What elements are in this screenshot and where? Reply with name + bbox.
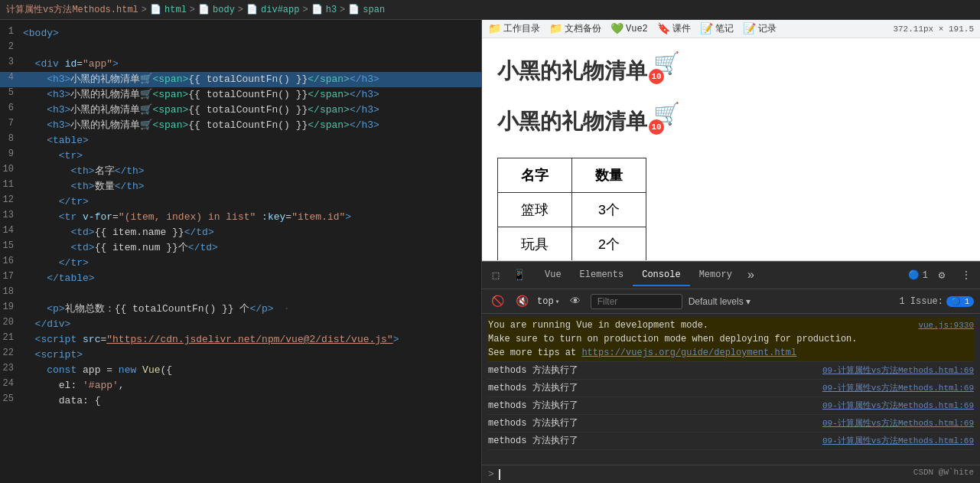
devtools-tab-bar: ⬚ 📱 Vue Elements Console Memory » [482,262,980,289]
csdn-watermark: CSDN @W`hite [913,468,974,477]
cell-count: 2个 [572,227,646,262]
default-levels-button[interactable]: Default levels ▾ [689,296,750,307]
gift-table: 名字 数量 篮球 3个 玩具 2个 抱枕 5个 [497,158,646,261]
filter-input[interactable] [591,294,682,309]
device-icon[interactable]: 📱 [508,265,529,286]
page-title-2: 小黑的礼物清单 🛒10 [497,101,965,142]
devtools-more-tabs[interactable]: » [741,269,761,282]
folder-icon: 📁 [549,22,562,35]
col-header-name: 名字 [498,158,572,193]
eye-icon[interactable]: 👁 [566,292,584,311]
code-line-14: 14 <td>{{ item.name }}</td> [0,225,481,240]
code-line-18: 18 [0,286,481,302]
inspect-icon[interactable]: ⬚ [485,265,506,286]
bookmark-label: 文档备份 [565,22,601,35]
browser-content: 小黑的礼物清单 🛒10 小黑的礼物清单 🛒10 名字 数量 篮球 3个 [482,38,980,261]
breadcrumb-divapp[interactable]: div#app [261,5,299,15]
deployment-link[interactable]: https://vuejs.org/guide/deployment.html [581,348,796,358]
note-icon: 📝 [700,22,713,35]
bookmark-label: 记录 [758,22,777,35]
top-selector[interactable]: top ▾ [537,296,560,307]
devtools-right-icons: 🔵 1 ⚙ ⋮ [908,265,977,286]
console-source[interactable]: vue.js:9330 [918,318,974,332]
folder-icon: 📁 [488,22,501,35]
title-text-2: 小黑的礼物清单 [497,107,647,136]
code-line-2: 2 [0,41,481,57]
cell-name: 篮球 [498,193,572,227]
code-line-23: 23 const app = new Vue({ [0,363,481,378]
console-source[interactable]: 09-计算属性vs方法Methods.html:69 [822,399,974,413]
bookmark-label: Vue2 [626,24,648,34]
tab-console[interactable]: Console [633,265,689,286]
tab-vue[interactable]: Vue [536,265,571,286]
console-cursor[interactable] [499,469,500,480]
console-prompt-icon: > [488,468,494,480]
settings-icon[interactable]: ⚙ [931,265,952,286]
code-line-9: 9 <tr> [0,148,481,164]
breadcrumb-h3[interactable]: h3 [326,5,337,15]
code-line-5: 5 <h3>小黑的礼物清单🛒<span>{{ totalCountFn() }}… [0,87,481,103]
console-source[interactable]: 09-计算属性vs方法Methods.html:69 [822,434,974,448]
bookmark-icon: 🔖 [657,22,670,35]
console-source[interactable]: 09-计算属性vs方法Methods.html:69 [822,416,974,430]
code-editor: 1 <body> 2 3 <div id="app"> 4 <h3>小黑的礼物清… [0,20,482,483]
note-icon: 📝 [743,22,756,35]
console-text: methods 方法执行了 [488,416,816,430]
code-line-8: 8 <table> [0,133,481,148]
console-message-log-5: methods 方法执行了 09-计算属性vs方法Methods.html:69 [488,432,974,450]
clear-console-icon[interactable]: 🚫 [488,292,506,311]
chevron-down-icon: ▾ [746,296,750,307]
code-line-12: 12 </tr> [0,194,481,210]
table-row: 玩具 2个 [498,227,646,262]
table-header-row: 名字 数量 [498,158,646,193]
breadcrumb-span[interactable]: span [363,5,385,15]
bookmark-label: 笔记 [715,22,734,35]
code-line-3: 3 <div id="app"> [0,57,481,72]
console-toolbar: 🚫 🔇 top ▾ 👁 Default levels ▾ 1 Issue: 🔵 … [482,289,980,314]
bookmark-records[interactable]: 📝 记录 [743,22,777,35]
code-line-15: 15 <td>{{ item.num }}个</td> [0,240,481,256]
code-line-16: 16 </tr> [0,256,481,271]
bookmark-course[interactable]: 🔖 课件 [657,22,691,35]
console-message-warn: You are running Vue in development mode.… [488,317,974,362]
console-source[interactable]: 09-计算属性vs方法Methods.html:69 [822,381,974,395]
console-text: You are running Vue in development mode.… [488,318,912,360]
code-line-20: 20 </div> [0,317,481,332]
console-message-log-2: methods 方法执行了 09-计算属性vs方法Methods.html:69 [488,380,974,397]
console-text: methods 方法执行了 [488,381,816,395]
code-line-6: 6 <h3>小黑的礼物清单🛒<span>{{ totalCountFn() }}… [0,103,481,118]
bookmark-label: 课件 [672,22,691,35]
code-line-7: 7 <h3>小黑的礼物清单🛒<span>{{ totalCountFn() }}… [0,118,481,133]
tab-elements[interactable]: Elements [571,265,633,286]
vue-icon: 💚 [610,22,623,35]
code-line-11: 11 <th>数量</th> [0,179,481,194]
code-line-13: 13 <tr v-for="(item, index) in list" :ke… [0,210,481,225]
tab-memory[interactable]: Memory [690,265,741,286]
table-row: 篮球 3个 [498,193,646,227]
breadcrumb-body[interactable]: body [213,5,235,15]
col-header-count: 数量 [572,158,646,193]
breadcrumb-file[interactable]: 计算属性vs方法Methods.html [6,3,138,16]
badge-1: 10 [649,69,664,84]
console-text: methods 方法执行了 [488,399,816,413]
console-source[interactable]: 09-计算属性vs方法Methods.html:69 [822,364,974,377]
top-label: top [537,296,554,307]
cell-name: 玩具 [498,227,572,262]
badge-2: 10 [649,119,664,135]
console-message-log-3: methods 方法执行了 09-计算属性vs方法Methods.html:69 [488,397,974,415]
bookmark-docbak[interactable]: 📁 文档备份 [549,22,601,35]
block-icon[interactable]: 🔇 [513,292,531,311]
bookmark-vue2[interactable]: 💚 Vue2 [610,22,648,35]
bookmark-notes[interactable]: 📝 笔记 [700,22,734,35]
code-line-24: 24 el: '#app', [0,378,481,393]
code-line-1: 1 <body> [0,26,481,41]
breadcrumb-html[interactable]: html [164,5,187,15]
cart-emoji-1: 🛒10 [653,51,680,92]
code-line-21: 21 <script src="https://cdn.jsdelivr.net… [0,332,481,348]
cart-emoji-2: 🛒10 [653,101,680,142]
right-panel: 📁 工作目录 📁 文档备份 💚 Vue2 🔖 课件 📝 笔记 📝 记录 [482,20,980,483]
console-message-log-1: methods 方法执行了 09-计算属性vs方法Methods.html:69 [488,362,974,380]
bookmark-workdir[interactable]: 📁 工作目录 [488,22,540,35]
more-options-icon[interactable]: ⋮ [956,265,977,286]
issue-badge: 🔵 1 [908,269,928,281]
